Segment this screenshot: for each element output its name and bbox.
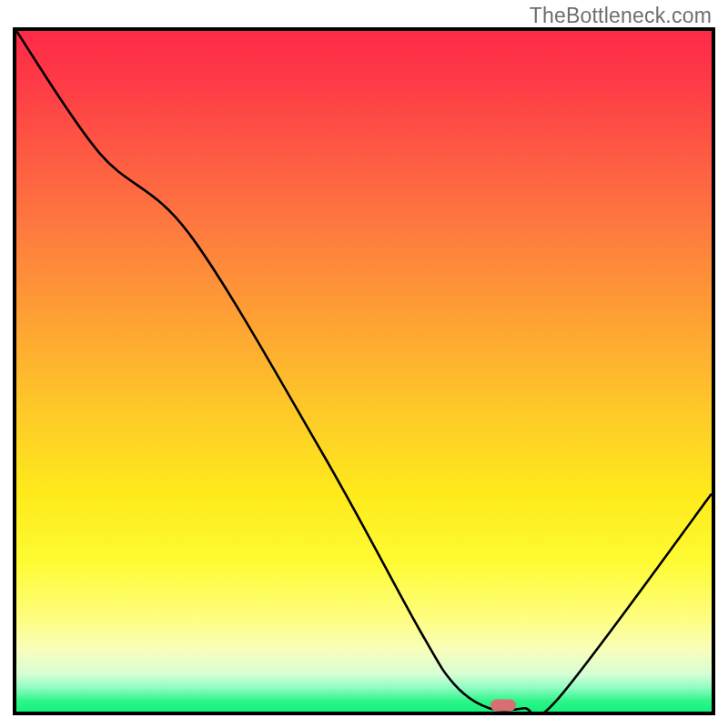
bottleneck-curve [16,31,712,712]
optimal-point-marker [490,699,516,711]
watermark-text: TheBottleneck.com [530,4,712,28]
chart-plot-area [13,27,715,715]
